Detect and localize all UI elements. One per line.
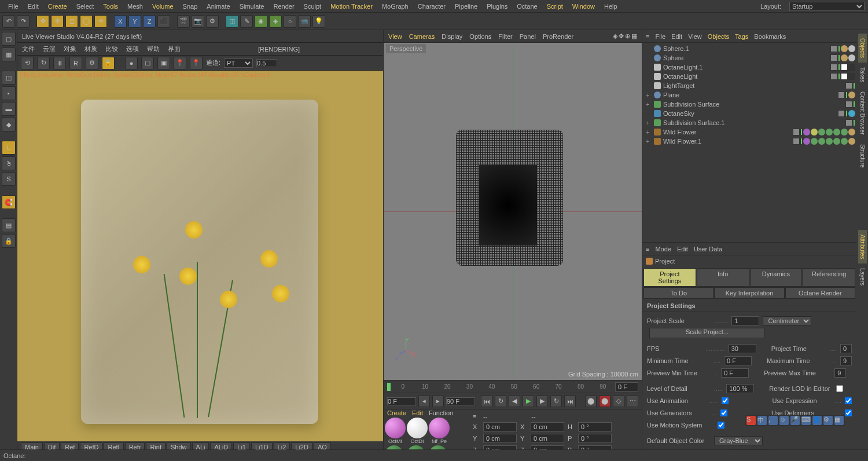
record-btn[interactable]: ⬤	[585, 396, 597, 407]
tree-row[interactable]: LightTarget	[643, 81, 855, 90]
redo-btn[interactable]: ↷	[17, 15, 30, 28]
lod-field[interactable]	[726, 384, 754, 393]
select-btn[interactable]: ✥	[36, 15, 49, 28]
perspective-viewport[interactable]: Perspective Y X Z Grid Spacing : 10000 c…	[384, 43, 642, 380]
ime-icon[interactable]: ⚙	[823, 416, 833, 425]
ime-icon[interactable]: ☺	[779, 416, 789, 425]
texture-mode-btn[interactable]: ▦	[2, 47, 16, 61]
tree-row[interactable]: +Subdivision Surface	[643, 100, 855, 109]
lv-sphere-btn[interactable]: ●	[125, 57, 138, 69]
vp-nav-icon[interactable]: ⊕	[625, 32, 630, 40]
x-axis-btn[interactable]: X	[114, 15, 127, 28]
ime-icon[interactable]: ▦	[834, 416, 844, 425]
ime-icon[interactable]: 中	[757, 416, 767, 425]
ime-icon[interactable]: 🎤	[790, 416, 800, 425]
poly-mode-btn[interactable]: ◆	[2, 118, 16, 131]
lv-frame2-btn[interactable]: ▣	[157, 57, 170, 69]
menu-render[interactable]: Render	[269, 3, 299, 10]
project-scale-unit[interactable]: Centimeters	[763, 316, 811, 325]
obj-menu-view[interactable]: View	[688, 33, 702, 40]
lv-lock-btn[interactable]: 🔒	[102, 57, 115, 69]
menu-snap[interactable]: Snap	[178, 3, 203, 10]
attr-tab-info[interactable]: Info	[697, 268, 749, 287]
size-y-field[interactable]	[531, 434, 564, 443]
use-gen-check[interactable]	[720, 409, 727, 416]
tree-row[interactable]: Sphere	[643, 53, 855, 63]
lv-menu-item[interactable]: 比较	[105, 45, 118, 53]
menu-mograph[interactable]: MoGraph	[377, 3, 413, 10]
lv-loop-btn[interactable]: ↻	[37, 57, 50, 69]
environment-btn[interactable]: ○	[284, 15, 296, 28]
vtab-takes[interactable]: Takes	[858, 63, 867, 87]
coord-btn[interactable]: ⬛	[157, 15, 170, 28]
obj-menu-tags[interactable]: Tags	[735, 33, 748, 40]
edge-mode-btn[interactable]: ▬	[2, 102, 16, 116]
menu-animate[interactable]: Animate	[202, 3, 234, 10]
mouse-btn[interactable]: 🖱	[2, 156, 16, 170]
layout-select[interactable]: Startup	[789, 2, 865, 11]
mat-menu-create[interactable]: Create	[387, 409, 406, 416]
tree-row[interactable]: +Subdivision Surface.1	[643, 118, 855, 127]
attr-tab-to-do[interactable]: To Do	[643, 287, 713, 299]
light-btn[interactable]: 💡	[312, 15, 325, 28]
menu-edit[interactable]: Edit	[23, 3, 43, 10]
project-scale-field[interactable]	[731, 316, 759, 325]
menu-simulate[interactable]: Simulate	[235, 3, 269, 10]
goto-start-btn[interactable]: ⏮	[481, 396, 492, 407]
menu-select[interactable]: Select	[72, 3, 99, 10]
use-motion-check[interactable]	[718, 422, 724, 429]
rot-h-field[interactable]	[578, 422, 612, 431]
preview-min-field[interactable]	[721, 368, 749, 378]
ime-icon[interactable]: S	[746, 416, 756, 425]
lv-mode-select[interactable]: PT	[224, 58, 253, 68]
menu-window[interactable]: Window	[568, 3, 599, 10]
lv-pin1-btn[interactable]: 📍	[174, 57, 186, 69]
vp-menu-filter[interactable]: Filter	[498, 33, 512, 40]
menu-script[interactable]: Script	[542, 3, 568, 10]
vtab-content-browser[interactable]: Content Browser	[858, 87, 867, 139]
lock-btn[interactable]: 🔒	[2, 234, 16, 248]
vtab-layers[interactable]: Layers	[858, 264, 867, 290]
obj-menu-edit[interactable]: Edit	[671, 33, 682, 40]
menu-plugins[interactable]: Plugins	[482, 3, 512, 10]
ime-icon[interactable]: ⌨	[801, 416, 811, 425]
attr-menu-mode[interactable]: Mode	[655, 246, 671, 253]
lv-menu-item[interactable]: 帮助	[147, 45, 160, 53]
lv-settings-btn[interactable]: ⚙	[86, 57, 98, 69]
vp-menu-view[interactable]: View	[388, 33, 402, 40]
material-swatch[interactable]	[407, 418, 428, 438]
move-btn[interactable]: ✢	[51, 15, 64, 28]
render-lod-check[interactable]	[836, 385, 843, 392]
vp-nav-icon[interactable]: ✥	[619, 32, 624, 40]
end-frame-field[interactable]	[446, 397, 475, 405]
menu-octane[interactable]: Octane	[512, 3, 542, 10]
lv-menu-item[interactable]: 材质	[84, 45, 97, 53]
keyframe-btn[interactable]: ◇	[613, 396, 624, 407]
vp-menu-options[interactable]: Options	[469, 33, 491, 40]
tree-row[interactable]: +Plane	[643, 90, 855, 100]
key-opts-btn[interactable]: ⋯	[627, 396, 638, 407]
lv-menu-item[interactable]: 选项	[126, 45, 139, 53]
z-axis-btn[interactable]: Z	[143, 15, 156, 28]
preview-max-field[interactable]	[834, 368, 846, 378]
render-region-btn[interactable]: 📷	[192, 15, 204, 28]
lv-menu-item[interactable]: 云渲	[43, 45, 56, 53]
vtab-objects[interactable]: Objects	[858, 34, 867, 63]
scale-btn[interactable]: ◻	[65, 15, 78, 28]
generator-btn[interactable]: ◉	[255, 15, 267, 28]
obj-menu-bookmarks[interactable]: Bookmarks	[754, 33, 786, 40]
obj-menu-objects[interactable]: Objects	[708, 33, 729, 40]
tree-row[interactable]: OctaneLight.1	[643, 63, 855, 72]
vp-menu-prorender[interactable]: ProRender	[543, 33, 573, 40]
spline-btn[interactable]: ✎	[240, 15, 253, 28]
object-tree[interactable]: Sphere.1SphereOctaneLight.1OctaneLight L…	[642, 43, 856, 242]
tree-row[interactable]: +Wild Flower.1	[643, 137, 855, 146]
lv-region-btn[interactable]: R	[69, 57, 82, 69]
forward-btn[interactable]: ↻	[550, 396, 562, 407]
vp-nav-icon[interactable]: ◈	[613, 32, 617, 40]
menu-mesh[interactable]: Mesh	[123, 3, 148, 10]
lv-refresh-btn[interactable]: ⟲	[21, 57, 34, 69]
timeline[interactable]: 0102030405060708090	[384, 380, 642, 393]
max-time-field[interactable]	[840, 356, 852, 365]
ime-icon[interactable]: 👤	[812, 416, 822, 425]
